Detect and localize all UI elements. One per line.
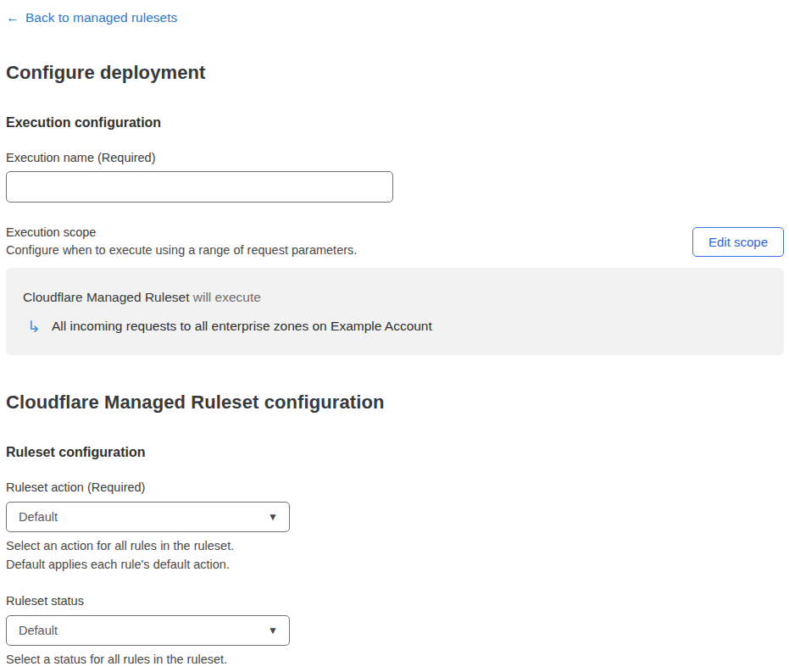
return-arrow-icon: ↳ (27, 319, 41, 335)
ruleset-status-help-line: Select a status for all rules in the rul… (6, 651, 784, 669)
edit-scope-button[interactable]: Edit scope (692, 227, 784, 257)
execution-configuration-heading: Execution configuration (6, 115, 784, 131)
back-link-label: Back to managed rulesets (25, 10, 177, 25)
execution-scope-description: Configure when to execute using a range … (6, 242, 357, 259)
ruleset-status-value: Default (19, 624, 58, 637)
scope-summary-title: Cloudflare Managed Ruleset will execute (23, 289, 767, 306)
back-to-managed-rulesets-link[interactable]: ← Back to managed rulesets (6, 10, 177, 25)
ruleset-action-value: Default (19, 510, 58, 524)
ruleset-action-select[interactable]: Default ▼ (6, 502, 290, 532)
ruleset-status-select[interactable]: Default ▼ (6, 615, 290, 646)
back-arrow-icon: ← (6, 11, 19, 25)
ruleset-configuration-subheading: Ruleset configuration (6, 445, 784, 460)
scope-will-execute-text: will execute (189, 290, 260, 304)
configure-deployment-page: ← Back to managed rulesets Configure dep… (0, 0, 789, 669)
ruleset-action-label: Ruleset action (Required) (6, 480, 784, 495)
chevron-down-icon: ▼ (268, 625, 278, 636)
execution-scope-label: Execution scope (6, 224, 357, 242)
execution-name-label: Execution name (Required) (6, 150, 784, 165)
scope-ruleset-name: Cloudflare Managed Ruleset (23, 290, 189, 304)
ruleset-action-help-line-1: Select an action for all rules in the ru… (6, 537, 784, 556)
scope-summary-detail-row: ↳ All incoming requests to all enterpris… (23, 317, 767, 336)
execution-name-input[interactable] (6, 171, 393, 203)
scope-summary-panel: Cloudflare Managed Ruleset will execute … (6, 268, 784, 355)
chevron-down-icon: ▼ (268, 512, 278, 522)
ruleset-status-label: Ruleset status (6, 593, 784, 608)
ruleset-action-help-line-2: Default applies each rule's default acti… (6, 556, 784, 575)
scope-summary-detail: All incoming requests to all enterprise … (52, 317, 432, 336)
page-title: Configure deployment (6, 62, 784, 84)
execution-scope-text: Execution scope Configure when to execut… (6, 224, 357, 259)
ruleset-configuration-section-heading: Cloudflare Managed Ruleset configuration (6, 392, 784, 414)
execution-scope-row: Execution scope Configure when to execut… (6, 224, 784, 259)
